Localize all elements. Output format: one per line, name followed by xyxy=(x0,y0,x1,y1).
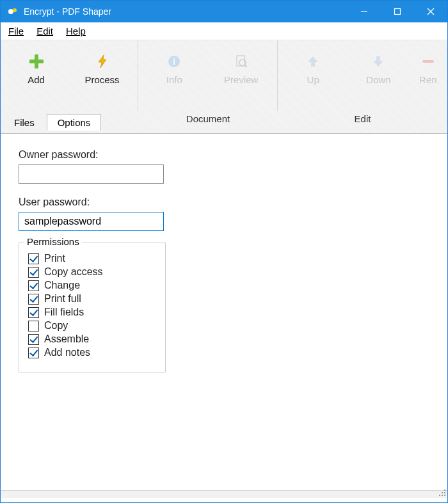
tab-strip: Files Options xyxy=(1,114,447,131)
toolbar-label: Info xyxy=(166,74,182,85)
checkbox-label: Copy access xyxy=(44,266,103,278)
toolbar-label: Ren xyxy=(419,74,437,85)
ribbon: Add Process i Info Preview xyxy=(1,40,447,133)
checkbox-label: Print xyxy=(44,253,65,264)
menu-file[interactable]: File xyxy=(2,23,30,39)
minimize-button[interactable] xyxy=(348,1,381,22)
options-panel: Owner password: User password: Permissio… xyxy=(1,133,447,498)
minus-icon xyxy=(420,54,436,69)
maximize-button[interactable] xyxy=(381,1,414,22)
arrow-down-icon xyxy=(371,54,386,69)
info-icon: i xyxy=(166,54,182,69)
permission-add-notes[interactable]: Add notes xyxy=(28,347,156,358)
checkbox-label: Print full xyxy=(44,293,81,305)
svg-line-10 xyxy=(245,65,247,67)
svg-rect-3 xyxy=(395,9,401,15)
checkbox-icon xyxy=(28,253,39,264)
checkbox-icon xyxy=(28,294,39,305)
permission-print[interactable]: Print xyxy=(28,253,156,264)
toolbar-label: Preview xyxy=(224,74,258,85)
close-button[interactable] xyxy=(414,1,447,22)
permissions-legend: Permissions xyxy=(24,236,82,247)
toolbar-label: Up xyxy=(307,74,319,85)
toolbar-group-files: Add Process xyxy=(1,40,138,111)
svg-text:i: i xyxy=(173,57,175,67)
menu-edit[interactable]: Edit xyxy=(30,23,60,39)
info-button: i Info xyxy=(145,54,203,85)
checkbox-label: Fill fields xyxy=(44,307,84,318)
toolbar-label: Down xyxy=(366,74,390,85)
permission-change[interactable]: Change xyxy=(28,280,156,291)
menubar: File Edit Help xyxy=(1,22,447,40)
svg-point-0 xyxy=(8,9,13,14)
svg-point-1 xyxy=(13,8,17,12)
statusbar xyxy=(1,490,447,498)
checkbox-label: Change xyxy=(44,280,80,291)
toolbar-label: Add xyxy=(28,74,45,85)
checkbox-icon xyxy=(28,267,39,278)
permission-copy[interactable]: Copy xyxy=(28,320,156,331)
checkbox-icon xyxy=(28,280,39,291)
permission-fill-fields[interactable]: Fill fields xyxy=(28,307,156,318)
window-title: Encrypt - PDF Shaper xyxy=(24,6,348,17)
owner-password-input[interactable] xyxy=(19,164,164,184)
checkbox-icon xyxy=(28,321,39,331)
toolbar-label: Process xyxy=(84,74,119,85)
permission-assemble[interactable]: Assemble xyxy=(28,333,156,345)
checkbox-icon xyxy=(28,334,39,345)
titlebar: Encrypt - PDF Shaper xyxy=(1,1,447,22)
toolbar-group-document: i Info Preview xyxy=(138,40,278,111)
down-button: Down xyxy=(349,54,407,85)
permission-print-full[interactable]: Print full xyxy=(28,293,156,305)
resize-grip[interactable] xyxy=(438,489,446,497)
permission-copy-access[interactable]: Copy access xyxy=(28,266,156,278)
arrow-up-icon xyxy=(305,54,321,69)
app-icon xyxy=(7,6,19,17)
menu-help[interactable]: Help xyxy=(60,23,92,39)
svg-rect-11 xyxy=(422,60,434,63)
up-button: Up xyxy=(284,54,342,85)
lightning-icon xyxy=(95,54,110,69)
checkbox-label: Add notes xyxy=(44,347,90,358)
checkbox-icon xyxy=(28,307,39,318)
checkbox-icon xyxy=(28,347,39,358)
checkbox-label: Assemble xyxy=(44,333,89,345)
magnifier-icon xyxy=(234,54,249,69)
user-password-label: User password: xyxy=(19,196,429,208)
user-password-input[interactable] xyxy=(19,212,164,231)
plus-icon xyxy=(29,54,44,69)
window-controls xyxy=(348,1,447,22)
add-button[interactable]: Add xyxy=(8,54,65,85)
toolbar-group-edit: Up Down Ren xyxy=(278,40,447,111)
svg-rect-8 xyxy=(237,56,244,66)
remove-button: Ren xyxy=(415,54,441,85)
preview-button: Preview xyxy=(212,54,270,85)
tab-files[interactable]: Files xyxy=(3,114,45,131)
process-button[interactable]: Process xyxy=(74,54,131,85)
checkbox-label: Copy xyxy=(44,320,68,331)
permissions-group: Permissions PrintCopy accessChangePrint … xyxy=(19,243,166,372)
owner-password-label: Owner password: xyxy=(19,149,429,161)
tab-options[interactable]: Options xyxy=(47,114,102,131)
